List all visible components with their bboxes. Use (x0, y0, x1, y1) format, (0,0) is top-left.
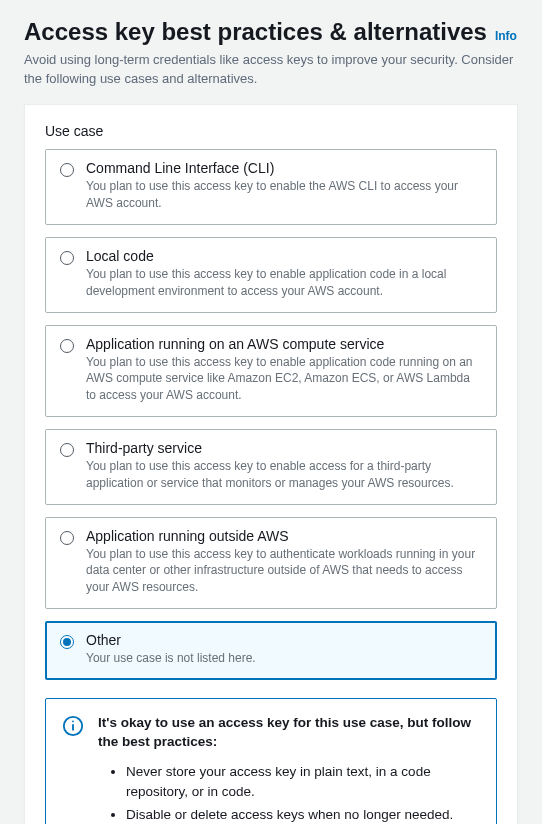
option-description: Your use case is not listed here. (86, 650, 256, 667)
option-description: You plan to use this access key to enabl… (86, 458, 482, 492)
option-title: Third-party service (86, 440, 482, 456)
option-title: Other (86, 632, 256, 648)
option-third-party[interactable]: Third-party serviceYou plan to use this … (45, 429, 497, 505)
alert-title: It's okay to use an access key for this … (98, 713, 480, 752)
option-description: You plan to use this access key to enabl… (86, 266, 482, 300)
radio-icon (60, 531, 74, 545)
info-alert: It's okay to use an access key for this … (45, 698, 497, 824)
option-local-code[interactable]: Local codeYou plan to use this access ke… (45, 237, 497, 313)
section-label: Use case (45, 123, 497, 139)
option-compute-service[interactable]: Application running on an AWS compute se… (45, 325, 497, 417)
info-link[interactable]: Info (495, 29, 517, 43)
option-title: Command Line Interface (CLI) (86, 160, 482, 176)
svg-point-2 (72, 720, 74, 722)
radio-icon (60, 251, 74, 265)
alert-bullet: Never store your access key in plain tex… (126, 762, 480, 801)
alert-bullet: Disable or delete access keys when no lo… (126, 805, 480, 824)
page-title: Access key best practices & alternatives (24, 18, 487, 47)
page-subtitle: Avoid using long-term credentials like a… (24, 51, 518, 89)
option-outside-aws[interactable]: Application running outside AWSYou plan … (45, 517, 497, 609)
option-title: Local code (86, 248, 482, 264)
option-other[interactable]: OtherYour use case is not listed here. (45, 621, 497, 680)
radio-icon (60, 635, 74, 649)
radio-icon (60, 163, 74, 177)
use-case-panel: Use case Command Line Interface (CLI)You… (24, 104, 518, 824)
option-description: You plan to use this access key to enabl… (86, 178, 482, 212)
option-description: You plan to use this access key to enabl… (86, 354, 482, 404)
option-cli[interactable]: Command Line Interface (CLI)You plan to … (45, 149, 497, 225)
option-title: Application running outside AWS (86, 528, 482, 544)
info-icon (62, 715, 84, 737)
radio-icon (60, 339, 74, 353)
option-description: You plan to use this access key to authe… (86, 546, 482, 596)
radio-icon (60, 443, 74, 457)
option-title: Application running on an AWS compute se… (86, 336, 482, 352)
